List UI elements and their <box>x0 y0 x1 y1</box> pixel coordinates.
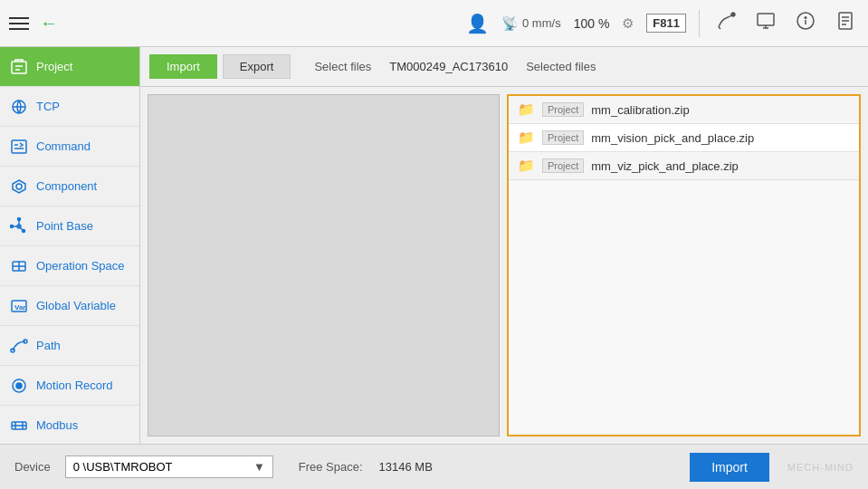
back-button[interactable]: ← <box>40 13 58 34</box>
file-row-1[interactable]: 📁 Project mm_vision_pick_and_place.zip <box>509 124 859 152</box>
sidebar-item-path[interactable]: Path <box>0 326 139 366</box>
robot-status-icon: 👤 <box>466 13 489 34</box>
robot-arm-icon[interactable] <box>712 7 739 39</box>
operation-space-icon <box>9 256 29 276</box>
svg-rect-12 <box>12 62 26 73</box>
sidebar-item-label-command: Command <box>36 139 91 154</box>
select-files-label: Select files <box>314 60 371 73</box>
speed-icon: 📡 <box>501 15 519 32</box>
svg-point-20 <box>16 184 22 189</box>
svg-rect-2 <box>758 14 774 25</box>
sidebar-item-label-motion-record: Motion Record <box>36 379 113 393</box>
speed-value: 0 mm/s <box>522 16 561 30</box>
sidebar-item-label-operation-space: Operation Space <box>36 259 125 273</box>
sidebar-item-label-modbus: Modbus <box>36 418 78 433</box>
sidebar-item-label-global-variable: Global Variable <box>36 299 116 313</box>
device-id: TM000249_AC173610 <box>389 60 508 73</box>
file-name-1: mm_vision_pick_and_place.zip <box>591 131 754 145</box>
svg-point-24 <box>23 229 25 232</box>
command-icon <box>9 137 29 157</box>
svg-rect-17 <box>12 140 26 153</box>
svg-text:Var: Var <box>14 303 25 312</box>
main-layout: Project TCP Co <box>0 47 868 444</box>
sidebar-item-label-point-base: Point Base <box>36 219 93 234</box>
svg-point-7 <box>805 17 806 19</box>
top-bar: ← 👤 📡 0 mm/s 100 % ⚙ F811 <box>0 0 868 47</box>
sidebar-item-project[interactable]: Project <box>0 47 139 87</box>
sidebar-item-label-tcp: TCP <box>36 100 60 114</box>
chevron-down-icon: ▼ <box>253 460 265 474</box>
component-icon <box>9 177 29 197</box>
global-variable-icon: Var <box>9 296 29 316</box>
selected-file-panel: 📁 Project mm_calibration.zip 📁 Project m… <box>507 94 861 436</box>
tab-bar: Import Export Select files TM000249_AC17… <box>140 47 868 87</box>
device-select-value: 0 \USB\TMROBOT <box>73 460 173 474</box>
selected-files-label: Selected files <box>526 60 596 73</box>
sidebar-item-point-base[interactable]: Point Base <box>0 206 139 246</box>
speed-display: 📡 0 mm/s <box>501 15 561 32</box>
divider <box>699 10 700 37</box>
file-name-0: mm_calibration.zip <box>591 103 689 117</box>
file-row-0[interactable]: 📁 Project mm_calibration.zip <box>509 96 859 124</box>
folder-icon-2: 📁 <box>518 158 535 174</box>
sidebar-item-label-component: Component <box>36 179 97 194</box>
document-icon[interactable] <box>832 7 859 39</box>
folder-icon-0: 📁 <box>518 101 535 118</box>
folder-icon-1: 📁 <box>518 129 535 146</box>
file-type-1: Project <box>542 130 584 145</box>
frame-badge: F811 <box>646 14 686 33</box>
device-select[interactable]: 0 \USB\TMROBOT ▼ <box>65 455 273 478</box>
svg-point-33 <box>16 383 22 388</box>
point-base-icon <box>9 216 29 236</box>
import-button[interactable]: Import <box>690 453 769 482</box>
sidebar-item-label-project: Project <box>36 60 72 74</box>
svg-point-0 <box>731 13 735 16</box>
project-icon <box>9 57 29 77</box>
content-area: Import Export Select files TM000249_AC17… <box>140 47 868 444</box>
monitor-icon[interactable] <box>752 7 779 39</box>
bottom-bar: Device 0 \USB\TMROBOT ▼ Free Space: 1314… <box>0 444 868 489</box>
motion-record-icon <box>9 376 29 396</box>
free-space-value: 13146 MB <box>379 460 433 474</box>
menu-icon[interactable] <box>9 17 29 30</box>
gear-icon: ⚙ <box>622 15 634 32</box>
info-icon[interactable] <box>792 7 819 39</box>
mech-mind-logo: MECH-MIND <box>787 462 854 473</box>
sidebar-item-component[interactable]: Component <box>0 167 139 206</box>
file-name-2: mm_viz_pick_and_place.zip <box>591 159 739 173</box>
sidebar-item-tcp[interactable]: TCP <box>0 87 139 127</box>
tab-info: Select files TM000249_AC173610 Selected … <box>314 60 596 73</box>
sidebar-item-operation-space[interactable]: Operation Space <box>0 246 139 286</box>
sidebar-item-modbus[interactable]: Modbus <box>0 406 139 444</box>
free-space-label: Free Space: <box>299 460 363 474</box>
sidebar-item-label-path: Path <box>36 339 61 353</box>
source-file-panel[interactable] <box>148 94 500 436</box>
top-bar-left: ← <box>9 13 58 34</box>
svg-line-1 <box>719 27 720 29</box>
svg-point-22 <box>18 217 21 220</box>
modbus-icon <box>9 416 29 436</box>
tcp-icon <box>9 97 29 117</box>
file-panels: 📁 Project mm_calibration.zip 📁 Project m… <box>140 87 868 444</box>
file-type-2: Project <box>542 158 584 173</box>
path-icon <box>9 336 29 356</box>
file-type-0: Project <box>542 102 584 117</box>
sidebar: Project TCP Co <box>0 47 140 444</box>
import-tab[interactable]: Import <box>149 54 217 79</box>
sidebar-item-global-variable[interactable]: Var Global Variable <box>0 286 139 326</box>
file-row-2[interactable]: 📁 Project mm_viz_pick_and_place.zip <box>509 152 859 180</box>
sidebar-item-command[interactable]: Command <box>0 127 139 167</box>
top-bar-right: 👤 📡 0 mm/s 100 % ⚙ F811 <box>466 7 859 39</box>
sidebar-item-motion-record[interactable]: Motion Record <box>0 366 139 406</box>
device-label: Device <box>14 460 51 474</box>
percent-label: 100 % <box>574 16 610 31</box>
export-tab[interactable]: Export <box>223 54 291 79</box>
svg-point-23 <box>11 225 14 227</box>
